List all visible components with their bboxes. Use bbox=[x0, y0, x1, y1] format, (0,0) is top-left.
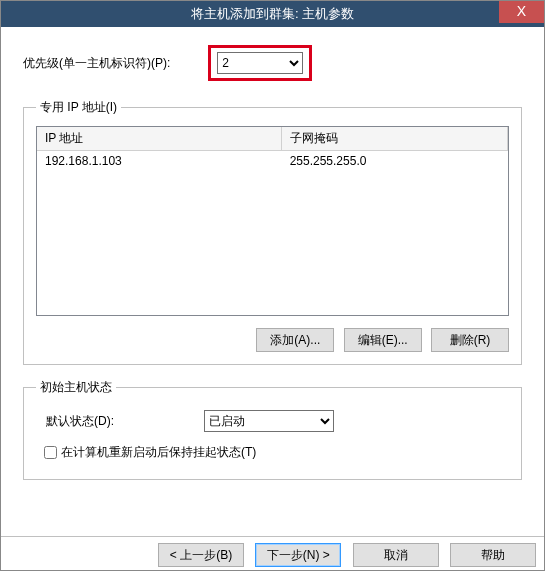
default-status-row: 默认状态(D): 已启动 bbox=[46, 410, 509, 432]
titlebar: 将主机添加到群集: 主机参数 X bbox=[1, 1, 544, 27]
add-button[interactable]: 添加(A)... bbox=[256, 328, 334, 352]
table-row[interactable]: 192.168.1.103 255.255.255.0 bbox=[37, 151, 508, 172]
window-title: 将主机添加到群集: 主机参数 bbox=[191, 6, 354, 21]
help-button[interactable]: 帮助 bbox=[450, 543, 536, 567]
remove-button[interactable]: 删除(R) bbox=[431, 328, 509, 352]
priority-row: 优先级(单一主机标识符)(P): 2 bbox=[23, 45, 522, 81]
ip-table: IP 地址 子网掩码 192.168.1.103 255.255.255.0 bbox=[37, 127, 508, 171]
retain-suspend-checkbox[interactable] bbox=[44, 446, 57, 459]
col-mask: 子网掩码 bbox=[282, 127, 508, 151]
priority-highlight-box: 2 bbox=[208, 45, 312, 81]
priority-label: 优先级(单一主机标识符)(P): bbox=[23, 55, 170, 72]
table-header-row: IP 地址 子网掩码 bbox=[37, 127, 508, 151]
back-button[interactable]: < 上一步(B) bbox=[158, 543, 244, 567]
priority-select[interactable]: 2 bbox=[217, 52, 303, 74]
retain-suspend-label: 在计算机重新启动后保持挂起状态(T) bbox=[61, 444, 256, 461]
next-button[interactable]: 下一步(N) > bbox=[255, 543, 341, 567]
ip-button-row: 添加(A)... 编辑(E)... 删除(R) bbox=[36, 328, 509, 352]
col-ip: IP 地址 bbox=[37, 127, 282, 151]
retain-row: 在计算机重新启动后保持挂起状态(T) bbox=[44, 444, 509, 461]
status-group-legend: 初始主机状态 bbox=[36, 379, 116, 396]
close-button[interactable]: X bbox=[499, 1, 544, 23]
status-group: 初始主机状态 默认状态(D): 已启动 在计算机重新启动后保持挂起状态(T) bbox=[23, 379, 522, 480]
wizard-nav-bar: < 上一步(B) 下一步(N) > 取消 帮助 bbox=[1, 536, 544, 570]
edit-button[interactable]: 编辑(E)... bbox=[344, 328, 422, 352]
default-status-label: 默认状态(D): bbox=[46, 413, 114, 430]
cell-mask: 255.255.255.0 bbox=[282, 151, 508, 172]
ip-group: 专用 IP 地址(I) IP 地址 子网掩码 192.168.1.103 255… bbox=[23, 99, 522, 365]
default-status-select[interactable]: 已启动 bbox=[204, 410, 334, 432]
dialog-content: 优先级(单一主机标识符)(P): 2 专用 IP 地址(I) IP 地址 子网掩… bbox=[1, 27, 544, 480]
cancel-button[interactable]: 取消 bbox=[353, 543, 439, 567]
cell-ip: 192.168.1.103 bbox=[37, 151, 282, 172]
ip-table-container: IP 地址 子网掩码 192.168.1.103 255.255.255.0 bbox=[36, 126, 509, 316]
ip-group-legend: 专用 IP 地址(I) bbox=[36, 99, 121, 116]
close-icon: X bbox=[517, 3, 526, 19]
